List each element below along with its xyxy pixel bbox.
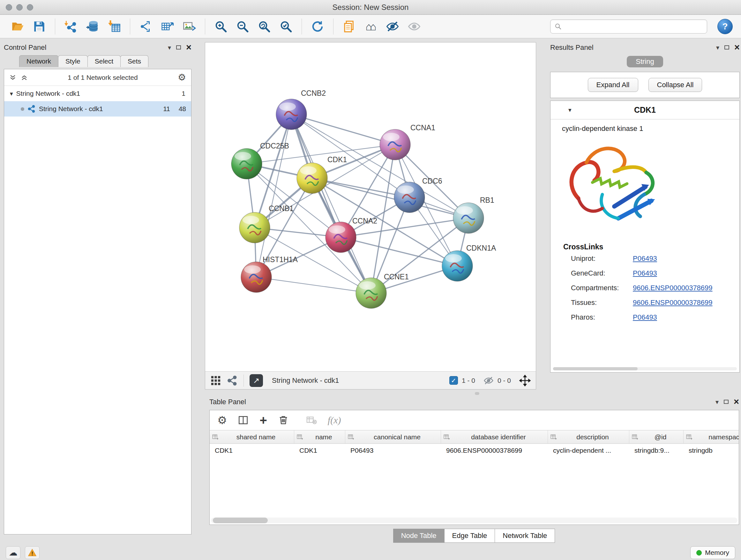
tab-edge-table[interactable]: Edge Table xyxy=(444,529,495,543)
node-label-CCNA2: CCNA2 xyxy=(352,217,377,225)
expand-all-icon[interactable] xyxy=(9,74,16,81)
add-column-icon[interactable]: + xyxy=(259,414,267,427)
expand-all-button[interactable]: Expand All xyxy=(588,78,638,92)
delete-column-trash-icon[interactable] xyxy=(278,415,289,426)
tab-select[interactable]: Select xyxy=(87,55,121,67)
table-settings-gear-icon[interactable]: ⚙ xyxy=(217,415,227,426)
panel-close-icon[interactable]: × xyxy=(186,43,192,52)
import-table-button[interactable] xyxy=(105,17,124,36)
panel-close-icon[interactable]: × xyxy=(734,43,740,52)
refresh-button[interactable] xyxy=(308,17,327,36)
collapse-all-icon[interactable] xyxy=(21,74,28,81)
tab-sets[interactable]: Sets xyxy=(120,55,148,67)
new-network-button[interactable] xyxy=(137,17,155,36)
results-scrollbar[interactable] xyxy=(553,367,737,370)
gear-icon[interactable]: ⚙ xyxy=(178,73,186,82)
maximize-window-button[interactable] xyxy=(27,4,33,10)
collapse-all-button[interactable]: Collapse All xyxy=(649,78,702,92)
panel-menu-icon[interactable]: ▾ xyxy=(168,44,171,51)
crosslink-tissues-link[interactable]: 9606.ENSP00000378699 xyxy=(633,299,739,307)
node-CCNB2[interactable]: CCNB2 xyxy=(276,89,326,130)
network-canvas[interactable]: CCNB2CCNA1CDC25BCDK1CDC6RB1CCNB1CCNA2CDK… xyxy=(205,43,536,371)
crosslink-pharos-link[interactable]: P06493 xyxy=(633,313,739,321)
panel-float-icon[interactable] xyxy=(176,45,181,50)
export-network-button[interactable] xyxy=(158,17,177,36)
panel-menu-icon[interactable]: ▾ xyxy=(716,44,719,51)
export-image-button[interactable] xyxy=(180,17,199,36)
collapse-section-icon[interactable]: ▾ xyxy=(568,106,571,114)
node-CDK1[interactable]: CDK1 xyxy=(297,155,347,193)
tab-network[interactable]: Network xyxy=(19,55,58,67)
cell-name: CDK1 xyxy=(294,444,345,457)
network-collection-row[interactable]: ▾ String Network - cdk1 1 xyxy=(4,86,191,101)
node-CDKN1A[interactable]: CDKN1A xyxy=(442,244,496,281)
crosslink-compartments-link[interactable]: 9606.ENSP00000378699 xyxy=(633,284,739,292)
panel-float-icon[interactable] xyxy=(724,400,729,404)
node-CCNA1[interactable]: CCNA1 xyxy=(380,124,435,160)
eye-icon xyxy=(408,20,421,33)
node-HIST1H1A[interactable]: HIST1H1A xyxy=(241,255,298,293)
table-horizontal-scrollbar[interactable] xyxy=(211,517,738,523)
tab-node-table[interactable]: Node Table xyxy=(393,529,445,543)
memory-label: Memory xyxy=(705,549,729,557)
gene-header[interactable]: ▾ CDK1 xyxy=(550,101,739,119)
zoom-in-button[interactable] xyxy=(212,17,230,36)
column-header[interactable]: shared name xyxy=(210,430,294,444)
node-CDC25B[interactable]: CDC25B xyxy=(231,142,289,179)
copy-button[interactable] xyxy=(340,17,358,36)
column-header[interactable]: @id xyxy=(629,430,684,444)
warnings-button[interactable] xyxy=(25,546,40,559)
column-header[interactable]: database identifier xyxy=(441,430,548,444)
splitter-handle[interactable] xyxy=(475,392,479,395)
cloud-status-button[interactable]: ☁ xyxy=(6,546,20,559)
crosslink-uniprot-link[interactable]: P06493 xyxy=(633,254,739,263)
network-row[interactable]: String Network - cdk1 11 48 xyxy=(4,101,191,117)
crosslink-label: Compartments: xyxy=(571,284,633,292)
control-panel: Control Panel ▾ × Network Style Select S… xyxy=(4,43,192,535)
hide-selected-button[interactable] xyxy=(383,17,402,36)
node-RB1[interactable]: RB1 xyxy=(453,196,494,233)
memory-button[interactable]: Memory xyxy=(690,546,735,559)
tab-style[interactable]: Style xyxy=(58,55,88,67)
open-in-window-button[interactable]: ↗ xyxy=(250,374,263,387)
tree-expander-icon[interactable]: ▾ xyxy=(10,90,13,98)
panel-menu-icon[interactable]: ▾ xyxy=(716,398,719,406)
search-input[interactable] xyxy=(564,23,703,30)
save-session-button[interactable] xyxy=(30,17,49,36)
import-network-file-button[interactable] xyxy=(62,17,80,36)
show-columns-icon[interactable] xyxy=(238,415,249,426)
edge-CCNB2-HIST1H1A[interactable] xyxy=(256,114,291,277)
open-session-button[interactable] xyxy=(8,17,27,36)
zoom-fit-button[interactable] xyxy=(255,17,273,36)
column-header[interactable]: namespace xyxy=(684,430,739,444)
zoom-selected-button[interactable] xyxy=(277,17,295,36)
column-header[interactable]: name xyxy=(294,430,345,444)
gene-description: cyclin-dependent kinase 1 xyxy=(550,119,739,133)
edge-HIST1H1A-CCNE1[interactable] xyxy=(256,277,371,293)
node-label-HIST1H1A: HIST1H1A xyxy=(263,255,298,264)
network-icon xyxy=(27,105,36,113)
table-row[interactable]: CDK1 CDK1 P06493 9606.ENSP00000378699 cy… xyxy=(210,444,739,457)
help-button[interactable]: ? xyxy=(718,19,733,34)
birds-eye-view-button[interactable] xyxy=(210,375,221,386)
first-neighbors-button[interactable]: ⌂⌂ xyxy=(361,17,380,36)
crosslink-genecard-link[interactable]: P06493 xyxy=(633,269,739,277)
tab-network-table[interactable]: Network Table xyxy=(495,529,555,543)
panel-close-icon[interactable]: × xyxy=(734,397,739,407)
pan-crosshair-icon[interactable] xyxy=(519,375,531,386)
node-CDC6[interactable]: CDC6 xyxy=(394,177,442,212)
column-header[interactable]: description xyxy=(548,430,629,444)
string-results-tab[interactable]: String xyxy=(627,56,663,67)
selected-checkbox[interactable]: ✓ xyxy=(449,376,458,385)
panel-float-icon[interactable] xyxy=(724,45,729,50)
import-network-database-button[interactable] xyxy=(83,17,102,36)
show-all-button[interactable] xyxy=(405,17,423,36)
close-window-button[interactable] xyxy=(6,4,12,10)
edge-CCNB2-CCNA1[interactable] xyxy=(291,114,395,145)
network-overview-button[interactable] xyxy=(227,375,238,386)
node-CCNB1[interactable]: CCNB1 xyxy=(239,204,293,243)
zoom-out-button[interactable] xyxy=(233,17,252,36)
column-header[interactable]: canonical name xyxy=(345,430,441,444)
edge-CCNB2-CCNE1[interactable] xyxy=(291,114,371,293)
minimize-window-button[interactable] xyxy=(16,4,23,10)
